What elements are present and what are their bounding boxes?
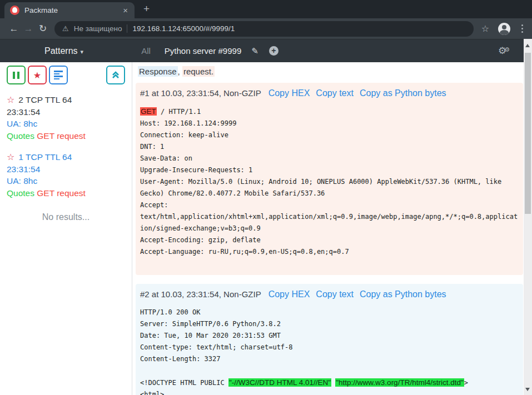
no-results-label: No results...: [7, 212, 125, 222]
browser-tab[interactable]: Packmate ×: [4, 2, 135, 18]
align-left-icon: [54, 69, 63, 81]
packmate-favicon-icon: [10, 6, 19, 15]
not-secure-warning-icon[interactable]: ⚠: [62, 24, 69, 33]
favorite-star-icon[interactable]: ☆: [7, 152, 14, 162]
star-icon: ★: [33, 70, 41, 81]
content-area: ★ ☆2 TCP TTL 6423:31:54UA: 8hcQuotes GET…: [0, 62, 524, 395]
scroll-up-arrow-icon[interactable]: [525, 44, 530, 47]
favorite-star-icon[interactable]: ☆: [7, 95, 14, 104]
security-label[interactable]: Не защищено: [74, 24, 122, 33]
app-header: Patterns▾ All Python server #9999 ✎ + ⚙⚙: [0, 39, 532, 62]
copy-text-link[interactable]: Copy text: [316, 288, 354, 300]
stream-item[interactable]: ☆2 TCP TTL 6423:31:54UA: 8hcQuotes GET r…: [7, 94, 125, 142]
copy-hex-link[interactable]: Copy HEX: [269, 87, 310, 99]
new-tab-button[interactable]: +: [143, 3, 150, 15]
collapse-sidebar-button[interactable]: [106, 66, 125, 84]
packet-list: #1 at 10.03, 23:31:54, Non-GZIPCopy HEXC…: [136, 83, 524, 395]
browser-tab-strip: Packmate × +: [0, 0, 532, 18]
add-pattern-icon[interactable]: +: [269, 46, 279, 56]
pause-icon: [13, 72, 19, 79]
packet-header: #2 at 10.03, 23:31:54, Non-GZIP: [140, 288, 261, 300]
scroll-down-arrow-icon[interactable]: [525, 388, 530, 391]
list-view-button[interactable]: [49, 66, 68, 84]
pattern-match-green: "http://www.w3.org/TR/html4/strict.dtd": [335, 378, 464, 387]
pattern-match-red: GET: [140, 107, 157, 116]
reload-icon[interactable]: ↻: [36, 23, 50, 34]
legend-request: request.: [182, 66, 215, 77]
url-text[interactable]: 192.168.1.124:65000/#/9999/1: [132, 24, 235, 33]
copy-hex-link[interactable]: Copy HEX: [269, 288, 310, 300]
sidebar-toolbar: ★: [7, 66, 125, 84]
copy-python-link[interactable]: Copy as Python bytes: [360, 87, 446, 99]
patterns-dropdown[interactable]: Patterns▾: [44, 46, 83, 56]
edit-pattern-icon[interactable]: ✎: [251, 46, 258, 56]
copy-text-link[interactable]: Copy text: [316, 87, 354, 99]
pattern-match-green: "-//W3C//DTD HTML 4.01//EN": [228, 378, 331, 387]
back-icon[interactable]: ←: [7, 23, 21, 34]
packet-pane: Response, request. #1 at 10.03, 23:31:54…: [132, 62, 524, 395]
copy-python-link[interactable]: Copy as Python bytes: [360, 288, 446, 300]
legend-response: Response: [138, 66, 178, 77]
packet-header: #1 at 10.03, 23:31:54, Non-GZIP: [140, 87, 261, 99]
stream-tag: Quotes: [7, 188, 34, 198]
favorites-filter-button[interactable]: ★: [28, 66, 47, 84]
packet-block-request: #1 at 10.03, 23:31:54, Non-GZIPCopy HEXC…: [136, 83, 523, 275]
bookmark-star-icon[interactable]: ☆: [481, 23, 489, 34]
profile-avatar-icon[interactable]: [498, 23, 510, 35]
chevron-down-icon: ▾: [81, 48, 84, 55]
packet-block-response: #2 at 10.03, 23:31:54, Non-GZIPCopy HEXC…: [136, 284, 523, 395]
stream-list: ☆2 TCP TTL 6423:31:54UA: 8hcQuotes GET r…: [7, 94, 125, 199]
url-divider: [127, 24, 127, 33]
pattern-tab-current[interactable]: Python server #9999: [165, 46, 241, 56]
pattern-tab-all[interactable]: All: [141, 46, 151, 56]
stream-tag: Quotes: [7, 131, 34, 141]
chevrons-up-icon: [112, 71, 120, 79]
stream-item[interactable]: ☆1 TCP TTL 6423:31:54UA: 8hcQuotes GET r…: [7, 151, 125, 199]
browser-menu-icon[interactable]: [519, 23, 525, 34]
legend: Response, request.: [138, 67, 524, 76]
scrollbar-thumb[interactable]: [525, 53, 531, 214]
packet-body: HTTP/1.0 200 OKServer: SimpleHTTP/0.6 Py…: [140, 307, 520, 395]
browser-toolbar: ← → ↻ ⚠ Не защищено 192.168.1.124:65000/…: [0, 18, 532, 39]
settings-gears-icon[interactable]: ⚙⚙: [498, 45, 510, 57]
forward-icon[interactable]: →: [21, 23, 36, 34]
stream-sidebar: ★ ☆2 TCP TTL 6423:31:54UA: 8hcQuotes GET…: [0, 62, 132, 395]
stream-tag: GET request: [37, 188, 86, 198]
packet-body: GET / HTTP/1.1Host: 192.168.1.124:9999Co…: [140, 106, 520, 269]
tab-title: Packmate: [24, 6, 122, 14]
pause-capture-button[interactable]: [7, 66, 26, 84]
tab-close-icon[interactable]: ×: [122, 6, 129, 15]
page-scrollbar[interactable]: [524, 39, 532, 395]
stream-tag: GET request: [37, 131, 86, 141]
url-bar[interactable]: ⚠ Не защищено 192.168.1.124:65000/#/9999…: [54, 21, 474, 37]
